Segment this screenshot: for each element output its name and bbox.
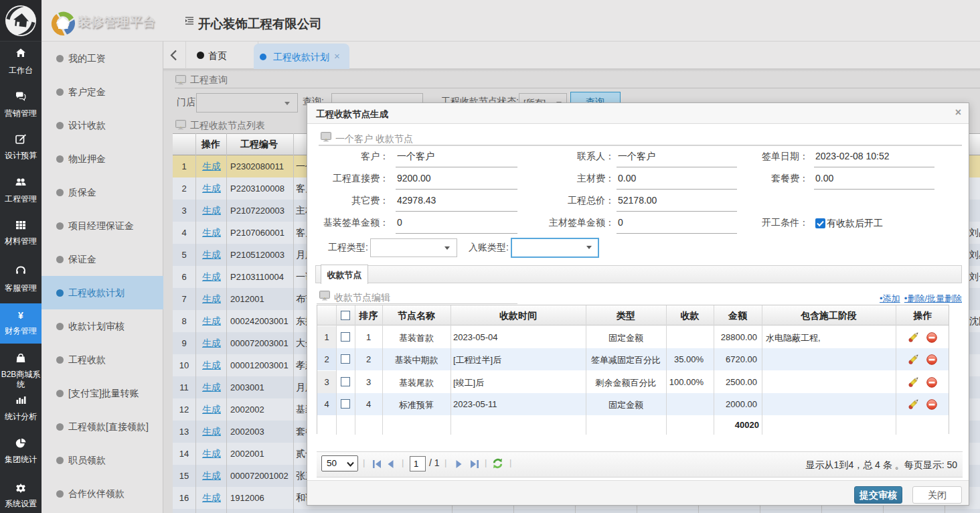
svg-text:¥: ¥	[18, 310, 23, 321]
